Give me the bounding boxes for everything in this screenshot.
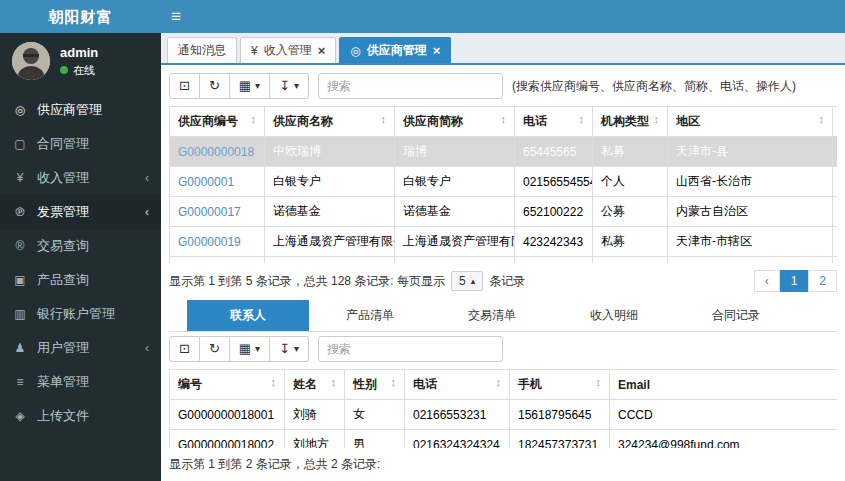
sidebar-item-label: 上传文件 (37, 407, 89, 425)
page-button-2[interactable]: 2 (808, 270, 837, 292)
tab-notifications[interactable]: 通知消息 (167, 37, 237, 63)
close-icon[interactable]: × (318, 44, 326, 57)
col-mobile[interactable]: 手机↕ (510, 370, 610, 400)
contact-search-input[interactable] (318, 336, 503, 362)
tab-product-list[interactable]: 产品清单 (309, 300, 431, 331)
sidebar: 朝阳财富 admin 在线 ◎ 供应商管理 (0, 0, 161, 481)
sort-icon[interactable]: ↕ (331, 376, 337, 388)
sort-icon[interactable]: ↕ (496, 376, 502, 388)
table-row[interactable]: G00000019 上海通晟资产管理有限公司 上海通晟资产管理有限公司 4232… (170, 227, 838, 257)
sidebar-item-invoice-management[interactable]: ℗ 发票管理 ‹ (0, 195, 161, 229)
sort-icon[interactable]: ↕ (596, 376, 602, 388)
caret-down-icon: ▾ (255, 80, 260, 92)
col-contact-id[interactable]: 编号↕ (170, 370, 285, 400)
export-button[interactable]: ↧ ▾ (270, 73, 309, 99)
export-button[interactable]: ↧ ▾ (270, 336, 309, 362)
supplier-id-link[interactable]: G0000000018 (178, 145, 254, 159)
sort-icon[interactable]: ↕ (381, 113, 387, 125)
sidebar-item-upload-file[interactable]: ◈ 上传文件 (0, 399, 161, 433)
hamburger-icon[interactable]: ≡ (171, 8, 181, 25)
sort-icon[interactable]: ↕ (391, 376, 397, 388)
tab-contract-records[interactable]: 合同记录 (675, 300, 797, 331)
columns-button[interactable]: ▦ ▾ (230, 73, 270, 99)
top-navbar: ≡ (161, 0, 845, 33)
tab-bar: 通知消息 ¥ 收入管理 × ◎ 供应商管理 × (161, 33, 845, 65)
col-region[interactable]: 地区↕ (668, 107, 833, 137)
columns-button[interactable]: ▦ ▾ (230, 336, 270, 362)
sort-icon[interactable]: ↕ (654, 113, 660, 125)
tab-contacts[interactable]: 联系人 (187, 300, 309, 331)
sidebar-item-label: 产品查询 (37, 271, 89, 289)
col-gender[interactable]: 性别↕ (345, 370, 405, 400)
sidebar-item-label: 用户管理 (37, 339, 89, 357)
export-icon: ↧ (279, 341, 290, 357)
tab-label: 收入管理 (264, 42, 312, 59)
menu-icon: ≡ (12, 375, 28, 389)
sidebar-item-product-query[interactable]: ▣ 产品查询 (0, 263, 161, 297)
yen-icon: ¥ (251, 44, 258, 58)
col-phone[interactable]: 电话↕ (515, 107, 593, 137)
table-row[interactable]: G0000000018001 刘骑 女 02166553231 15618795… (170, 400, 838, 430)
table-row[interactable]: G0000000018 中欧瑞博 瑞博 65445565 私募 天津市-县 ad… (170, 137, 838, 167)
chevron-left-icon: ‹ (145, 341, 149, 355)
upload-icon: ◈ (12, 409, 28, 423)
close-icon[interactable]: × (433, 44, 441, 57)
pagination-summary: 显示第 1 到第 5 条记录，总共 128 条记录: 每页显示 (169, 273, 445, 290)
toggle-icon: ⊡ (179, 78, 190, 94)
avatar-silhouette (12, 42, 50, 80)
app-window: 朝阳财富 admin 在线 ◎ 供应商管理 (0, 0, 845, 481)
content-area: ⊡ ↻ ▦ ▾ ↧ ▾ (搜索供应商编号、供应商名称、简称、电话、操作人) (161, 65, 845, 481)
table-row[interactable]: G0000002 淳信资产 淳信资产 13123123123 私募 -- 省 -… (170, 257, 838, 264)
supplier-id-link[interactable]: G00000019 (178, 235, 241, 249)
col-operator[interactable]: 操作人↕ (833, 107, 838, 137)
sort-icon[interactable]: ↕ (819, 113, 825, 125)
sidebar-item-label: 合同管理 (37, 135, 89, 153)
sort-icon[interactable]: ↕ (271, 376, 277, 388)
table-row[interactable]: G0000000018002 刘地方 男 0216324324324 18245… (170, 430, 838, 448)
refresh-button[interactable]: ↻ (200, 336, 230, 362)
col-supplier-id[interactable]: 供应商编号↕ (170, 107, 265, 137)
sidebar-item-label: 菜单管理 (37, 373, 89, 391)
col-contact-name[interactable]: 姓名↕ (285, 370, 345, 400)
supplier-id-link[interactable]: G00000017 (178, 205, 241, 219)
caret-up-icon: ▴ (471, 276, 476, 286)
contract-icon: ▢ (12, 137, 28, 151)
sort-icon[interactable]: ↕ (501, 113, 507, 125)
sidebar-item-transaction-query[interactable]: ® 交易查询 (0, 229, 161, 263)
table-row[interactable]: G0000001 白银专户 白银专户 02156554554 个人 山西省-长治… (170, 167, 838, 197)
tab-supplier-management[interactable]: ◎ 供应商管理 × (339, 37, 451, 63)
page-button-1[interactable]: 1 (780, 270, 809, 292)
user-icon: ♟ (12, 341, 28, 355)
chevron-left-icon: ‹ (145, 171, 149, 185)
tab-income-detail[interactable]: 收入明细 (553, 300, 675, 331)
toggle-view-button[interactable]: ⊡ (169, 73, 200, 99)
col-supplier-short-name[interactable]: 供应商简称↕ (395, 107, 515, 137)
sidebar-item-contract-management[interactable]: ▢ 合同管理 (0, 127, 161, 161)
table-row[interactable]: G00000017 诺德基金 诺德基金 652100222 公募 内蒙古自治区 … (170, 197, 838, 227)
col-supplier-name[interactable]: 供应商名称↕ (265, 107, 395, 137)
sidebar-item-supplier-management[interactable]: ◎ 供应商管理 (0, 93, 161, 127)
refresh-button[interactable]: ↻ (200, 73, 230, 99)
col-email[interactable]: Email (610, 370, 838, 400)
sidebar-item-income-management[interactable]: ¥ 收入管理 ‹ (0, 161, 161, 195)
supplier-table-header: 供应商编号↕ 供应商名称↕ 供应商简称↕ 电话↕ 机构类型↕ 地区↕ 操作人↕ (170, 107, 838, 137)
prev-page-button[interactable]: ‹ (754, 270, 780, 292)
sidebar-item-menu-management[interactable]: ≡ 菜单管理 (0, 365, 161, 399)
supplier-search-hint: (搜索供应商编号、供应商名称、简称、电话、操作人) (512, 78, 796, 95)
tab-income-management[interactable]: ¥ 收入管理 × (240, 37, 336, 63)
sort-icon[interactable]: ↕ (251, 113, 257, 125)
page-size-selector[interactable]: 5 ▴ (451, 271, 483, 291)
supplier-search-input[interactable] (318, 73, 503, 99)
sort-icon[interactable]: ↕ (579, 113, 585, 125)
online-status-icon (60, 66, 68, 74)
toggle-view-button[interactable]: ⊡ (169, 336, 200, 362)
contact-table-wrap: 编号↕ 姓名↕ 性别↕ 电话↕ 手机↕ Email G0000000018001… (169, 369, 837, 448)
sidebar-item-bank-account-management[interactable]: ▥ 银行账户管理 (0, 297, 161, 331)
caret-down-icon: ▾ (255, 343, 260, 355)
tab-transaction-list[interactable]: 交易清单 (431, 300, 553, 331)
supplier-icon: ◎ (350, 44, 360, 58)
sidebar-item-user-management[interactable]: ♟ 用户管理 ‹ (0, 331, 161, 365)
col-institution-type[interactable]: 机构类型↕ (593, 107, 668, 137)
col-contact-phone[interactable]: 电话↕ (405, 370, 510, 400)
supplier-id-link[interactable]: G0000001 (178, 175, 234, 189)
